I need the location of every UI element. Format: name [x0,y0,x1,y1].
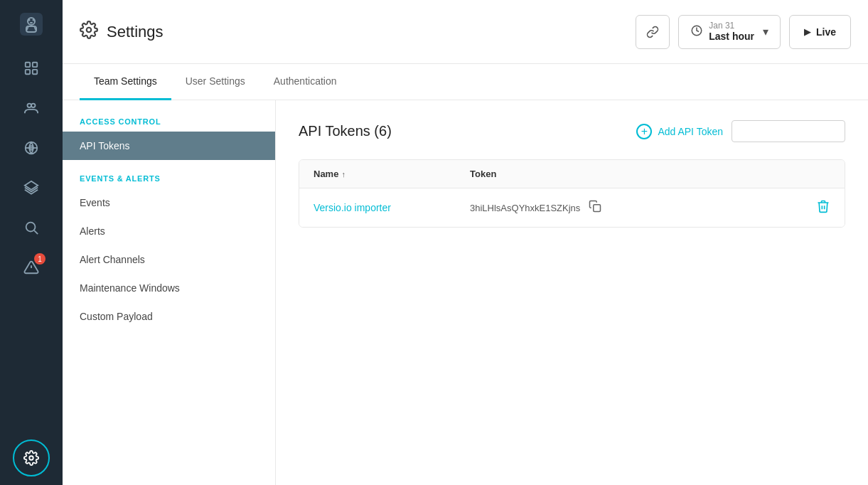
col-name-header: Name ↑ [314,169,470,179]
settings-header-icon [80,21,98,43]
svg-line-19 [34,230,38,234]
plus-circle-icon: + [636,124,652,139]
sidebar-item-dashboard[interactable] [13,50,50,87]
svg-rect-10 [26,70,30,74]
live-label: Live [816,26,836,38]
share-link-button[interactable] [636,15,670,49]
svg-point-22 [29,456,33,460]
token-search-box[interactable] [732,120,845,142]
svg-rect-5 [30,22,33,23]
page-title: Settings [107,23,164,41]
settings-sidebar: ACCESS CONTROL API Tokens EVENTS & ALERT… [63,100,276,485]
main-content: Settings Jan 31 Last hour [63,0,868,485]
svg-point-13 [31,104,36,108]
add-api-token-button[interactable]: + Add API Token [636,124,723,139]
api-tokens-panel: API Tokens (6) + Add API Token [276,100,868,485]
token-value-cell: 3hiLHlsAsQYhxkE1SZKjns [470,198,816,217]
sidebar-item-settings[interactable] [13,439,50,476]
tab-team-settings[interactable]: Team Settings [80,64,171,100]
sort-icon[interactable]: ↑ [341,170,345,178]
copy-token-button[interactable] [587,198,603,217]
svg-point-23 [87,27,92,32]
tab-authentication[interactable]: Authentication [259,64,351,100]
token-name[interactable]: Versio.io importer [314,202,470,213]
sidebar-item-maintenance-windows[interactable]: Maintenance Windows [63,274,275,302]
svg-point-3 [28,19,31,21]
alert-badge: 1 [34,253,45,265]
panel-header: API Tokens (6) + Add API Token [299,120,845,142]
time-period: Last hour [709,31,754,43]
table-row: Versio.io importer 3hiLHlsAsQYhxkE1SZKjn… [299,188,845,227]
token-value: 3hiLHlsAsQYhxkE1SZKjns [470,203,580,213]
page-title-area: Settings [80,21,636,43]
sidebar-item-alerts[interactable]: 1 [13,249,50,286]
sidebar-item-alerts[interactable]: Alerts [63,217,275,245]
svg-rect-8 [26,63,30,67]
token-search-input[interactable] [741,126,865,137]
add-token-label: Add API Token [658,126,723,137]
sidebar-item-network[interactable] [13,129,50,166]
svg-point-4 [33,19,35,21]
api-tokens-table: Name ↑ Token Versio.io importer 3hiLHlsA… [299,159,845,228]
play-icon: ▶ [804,27,810,37]
sidebar-item-layers[interactable] [13,169,50,206]
content-area: ACCESS CONTROL API Tokens EVENTS & ALERT… [63,100,868,485]
live-button[interactable]: ▶ Live [789,15,851,49]
page-header: Settings Jan 31 Last hour [63,0,868,64]
panel-actions: + Add API Token [636,120,845,142]
main-tabs: Team Settings User Settings Authenticati… [63,64,868,100]
time-range-button[interactable]: Jan 31 Last hour ▾ [678,15,781,49]
left-nav: 1 [0,0,63,485]
svg-rect-27 [594,205,601,212]
sidebar-item-alert-channels[interactable]: Alert Channels [63,245,275,274]
time-date: Jan 31 [709,21,754,31]
svg-rect-11 [33,70,37,74]
svg-point-18 [26,223,36,232]
table-header: Name ↑ Token [299,160,845,188]
events-alerts-label: EVENTS & ALERTS [63,174,275,183]
time-text: Jan 31 Last hour [709,21,754,43]
panel-title: API Tokens (6) [299,123,392,139]
access-control-label: ACCESS CONTROL [63,117,275,126]
sidebar-item-events[interactable]: Events [63,188,275,217]
time-caret-icon: ▾ [763,25,768,38]
logo-icon[interactable] [16,9,47,40]
clock-icon [690,24,703,40]
svg-rect-9 [33,63,37,67]
tab-user-settings[interactable]: User Settings [171,64,259,100]
col-token-header: Token [470,169,830,179]
sidebar-item-api-tokens[interactable]: API Tokens [63,132,275,160]
delete-token-button[interactable] [816,199,830,217]
sidebar-item-custom-payload[interactable]: Custom Payload [63,302,275,331]
sidebar-item-people[interactable] [13,90,50,127]
sidebar-item-search[interactable] [13,209,50,246]
header-controls: Jan 31 Last hour ▾ ▶ Live [636,15,851,49]
